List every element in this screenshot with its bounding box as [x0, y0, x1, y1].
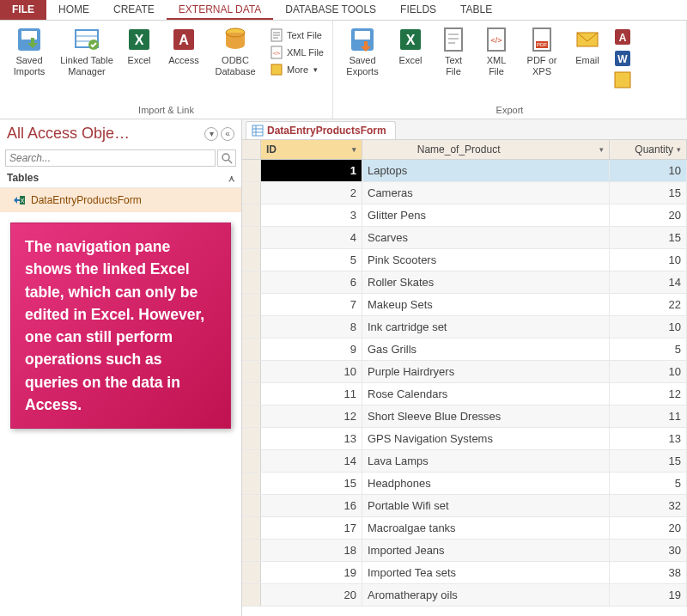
cell-quantity[interactable]: 15 [610, 450, 687, 472]
document-tab[interactable]: DataEntryProductsForm [246, 121, 396, 139]
search-input[interactable] [5, 149, 216, 167]
cell-name[interactable]: Gas Grills [362, 338, 610, 360]
tab-fields[interactable]: FIELDS [388, 0, 448, 20]
cell-id[interactable]: 8 [261, 316, 362, 338]
row-selector[interactable] [242, 227, 261, 248]
tables-group-header[interactable]: Tables⋏ [0, 168, 241, 188]
dropdown-icon[interactable]: ▾ [352, 145, 356, 154]
nav-collapse-icon[interactable]: « [221, 127, 234, 141]
row-selector[interactable] [242, 406, 261, 427]
saved-imports-button[interactable]: Saved Imports [5, 24, 53, 79]
cell-quantity[interactable]: 15 [610, 182, 687, 204]
export-excel-button[interactable]: X Excel [392, 24, 429, 68]
cell-name[interactable]: Ink cartridge set [362, 316, 610, 338]
cell-id[interactable]: 19 [261, 562, 362, 583]
cell-quantity[interactable]: 10 [610, 249, 687, 271]
cell-quantity[interactable]: 10 [610, 361, 687, 382]
cell-id[interactable]: 20 [261, 584, 362, 606]
table-row[interactable]: 2Cameras15 [242, 182, 687, 204]
tab-home[interactable]: HOME [46, 0, 101, 20]
table-row[interactable]: 20Aromatherapy oils19 [242, 584, 687, 607]
select-all-corner[interactable] [242, 140, 261, 159]
cell-name[interactable]: Makeup Sets [362, 294, 610, 315]
tab-table[interactable]: TABLE [448, 0, 504, 20]
search-button[interactable] [217, 149, 236, 167]
cell-name[interactable]: Cameras [362, 182, 610, 204]
row-selector[interactable] [242, 495, 261, 516]
table-row[interactable]: 6Roller Skates14 [242, 271, 687, 294]
cell-name[interactable]: Headphones [362, 473, 610, 494]
import-access-button[interactable]: A Access [163, 24, 204, 68]
column-header-name[interactable]: Name_of_Product▾ [362, 140, 610, 159]
table-row[interactable]: 9Gas Grills5 [242, 338, 687, 361]
table-row[interactable]: 3Glitter Pens20 [242, 204, 687, 227]
cell-name[interactable]: Imported Jeans [362, 540, 610, 561]
cell-quantity[interactable]: 19 [610, 584, 687, 606]
cell-id[interactable]: 10 [261, 361, 362, 382]
cell-id[interactable]: 7 [261, 294, 362, 315]
cell-id[interactable]: 17 [261, 517, 362, 539]
linked-table-item[interactable]: X DataEntryProductsForm [0, 188, 241, 212]
row-selector[interactable] [242, 294, 261, 315]
access-export-icon[interactable]: A [613, 27, 632, 46]
import-text-file-button[interactable]: Text File [266, 27, 327, 43]
row-selector[interactable] [242, 204, 261, 226]
export-xml-button[interactable]: </> XML File [477, 24, 515, 79]
cell-quantity[interactable]: 5 [610, 338, 687, 360]
cell-name[interactable]: Portable Wifi set [362, 495, 610, 516]
cell-name[interactable]: Laptops [362, 160, 610, 181]
cell-name[interactable]: Glitter Pens [362, 204, 610, 226]
cell-id[interactable]: 2 [261, 182, 362, 204]
row-selector[interactable] [242, 517, 261, 539]
cell-name[interactable]: Short Sleeve Blue Dresses [362, 406, 610, 427]
saved-exports-button[interactable]: Saved Exports [338, 24, 386, 79]
row-selector[interactable] [242, 338, 261, 360]
table-row[interactable]: 14Lava Lamps15 [242, 450, 687, 473]
table-row[interactable]: 7Makeup Sets22 [242, 294, 687, 316]
cell-name[interactable]: Scarves [362, 227, 610, 248]
row-selector[interactable] [242, 316, 261, 338]
export-email-button[interactable]: Email [568, 24, 606, 68]
grid-body[interactable]: 1Laptops102Cameras153Glitter Pens204Scar… [242, 160, 687, 616]
table-row[interactable]: 8Ink cartridge set10 [242, 316, 687, 338]
cell-name[interactable]: Imported Tea sets [362, 562, 610, 583]
import-excel-button[interactable]: X Excel [120, 24, 158, 68]
table-row[interactable]: 18Imported Jeans30 [242, 540, 687, 562]
row-selector[interactable] [242, 182, 261, 204]
cell-quantity[interactable]: 5 [610, 473, 687, 494]
nav-title[interactable]: All Access Obje… [7, 125, 202, 143]
cell-id[interactable]: 14 [261, 450, 362, 472]
dropdown-icon[interactable]: ▾ [599, 145, 604, 154]
export-pdf-button[interactable]: PDF PDF or XPS [520, 24, 563, 79]
tab-file[interactable]: FILE [0, 0, 46, 20]
cell-quantity[interactable]: 14 [610, 271, 687, 293]
cell-id[interactable]: 6 [261, 271, 362, 293]
cell-quantity[interactable]: 20 [610, 204, 687, 226]
cell-id[interactable]: 15 [261, 473, 362, 494]
cell-id[interactable]: 3 [261, 204, 362, 226]
cell-quantity[interactable]: 20 [610, 517, 687, 539]
import-xml-file-button[interactable]: </>XML File [266, 45, 327, 60]
word-export-icon[interactable]: W [613, 49, 632, 68]
tab-create[interactable]: CREATE [101, 0, 167, 20]
cell-id[interactable]: 12 [261, 406, 362, 427]
row-selector[interactable] [242, 383, 261, 405]
cell-id[interactable]: 13 [261, 428, 362, 449]
cell-quantity[interactable]: 11 [610, 406, 687, 427]
table-row[interactable]: 10Purple Hairdryers10 [242, 361, 687, 383]
row-selector[interactable] [242, 450, 261, 472]
table-row[interactable]: 17Macroalgae tanks20 [242, 517, 687, 540]
cell-id[interactable]: 5 [261, 249, 362, 271]
row-selector[interactable] [242, 428, 261, 449]
cell-quantity[interactable]: 13 [610, 428, 687, 449]
cell-name[interactable]: Roller Skates [362, 271, 610, 293]
cell-quantity[interactable]: 15 [610, 227, 687, 248]
column-header-id[interactable]: ID▾ [261, 140, 362, 159]
table-row[interactable]: 4Scarves15 [242, 227, 687, 249]
nav-options-icon[interactable]: ▾ [204, 127, 218, 141]
table-row[interactable]: 12Short Sleeve Blue Dresses11 [242, 406, 687, 428]
table-row[interactable]: 19Imported Tea sets38 [242, 562, 687, 584]
table-row[interactable]: 16Portable Wifi set32 [242, 495, 687, 517]
cell-quantity[interactable]: 10 [610, 160, 687, 181]
table-row[interactable]: 5Pink Scooters10 [242, 249, 687, 271]
